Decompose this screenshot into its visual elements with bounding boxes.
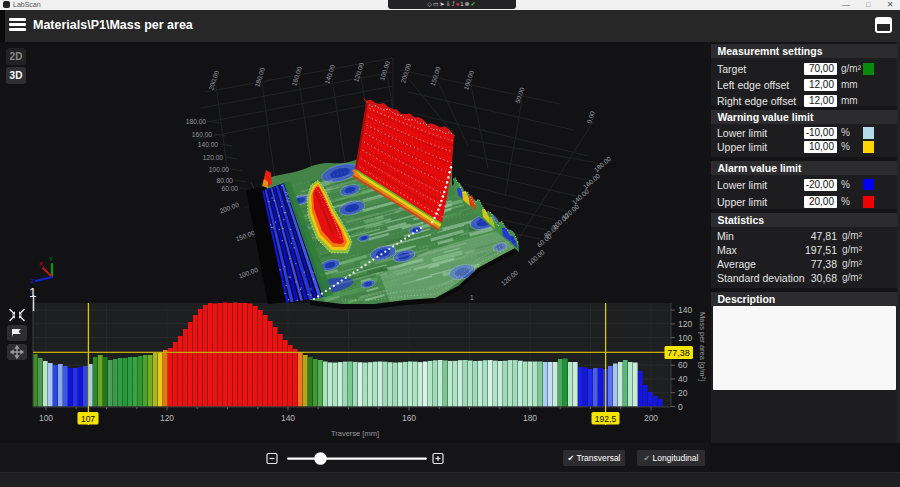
svg-text:120: 120	[160, 413, 174, 423]
svg-text:180.00: 180.00	[186, 118, 207, 125]
svg-text:200.00: 200.00	[219, 201, 240, 215]
svg-text:107: 107	[81, 414, 95, 424]
svg-text:100.00: 100.00	[238, 266, 259, 280]
svg-text:120: 120	[678, 319, 692, 329]
svg-text:Traverse [mm]: Traverse [mm]	[331, 429, 379, 438]
svg-text:140.00: 140.00	[198, 141, 219, 148]
svg-text:60: 60	[678, 360, 688, 370]
svg-text:180.00: 180.00	[593, 155, 613, 173]
svg-text:120.00: 120.00	[352, 61, 365, 82]
svg-text:120.00: 120.00	[500, 268, 520, 286]
svg-text:100: 100	[39, 413, 53, 423]
svg-text:200: 200	[644, 413, 658, 423]
svg-text:160: 160	[402, 413, 416, 423]
svg-text:140: 140	[281, 413, 295, 423]
svg-text:100.00: 100.00	[462, 69, 475, 90]
svg-text:100.00: 100.00	[378, 60, 391, 81]
svg-text:150.00: 150.00	[235, 229, 256, 243]
svg-text:192,5: 192,5	[595, 414, 617, 424]
svg-text:160.00: 160.00	[290, 65, 303, 86]
svg-text:0.00: 0.00	[585, 110, 596, 125]
svg-text:80.00: 80.00	[216, 177, 233, 184]
svg-text:150.00: 150.00	[429, 65, 442, 86]
svg-text:100: 100	[678, 333, 692, 343]
svg-text:100.00: 100.00	[209, 166, 230, 173]
svg-text:140.00: 140.00	[323, 63, 336, 84]
svg-text:100.00: 100.00	[526, 248, 546, 266]
svg-text:50.00: 50.00	[514, 86, 526, 104]
svg-text:Z: Z	[31, 278, 35, 284]
svg-text:200.00: 200.00	[207, 69, 220, 90]
svg-text:140: 140	[678, 305, 692, 315]
svg-text:140.00: 140.00	[571, 187, 591, 205]
svg-text:0: 0	[678, 402, 683, 412]
svg-text:1: 1	[470, 294, 474, 301]
svg-text:40: 40	[678, 374, 688, 384]
svg-text:120.00: 120.00	[203, 154, 224, 161]
svg-text:180: 180	[523, 413, 537, 423]
svg-text:X: X	[39, 261, 43, 267]
svg-text:160.00: 160.00	[192, 131, 213, 138]
svg-text:60.00: 60.00	[221, 185, 238, 192]
svg-text:77,38: 77,38	[667, 348, 690, 358]
svg-text:Y: Y	[49, 256, 53, 262]
svg-text:180.00: 180.00	[253, 66, 266, 87]
svg-text:20: 20	[678, 388, 688, 398]
